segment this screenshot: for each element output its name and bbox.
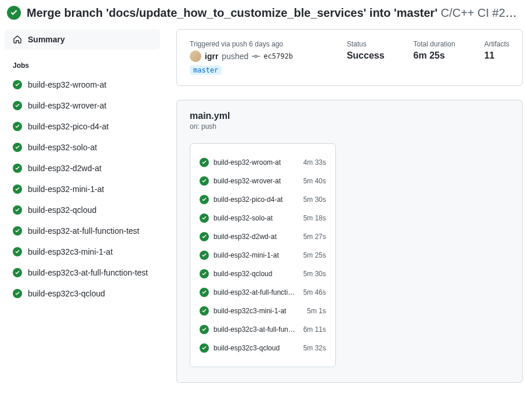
content-area: Triggered via push 6 days ago igrr pushe… [176,24,523,383]
success-icon [13,122,22,131]
sidebar-job-item[interactable]: build-esp32-mini-1-at [5,179,160,200]
job-name: build-esp32-pico-d4-at [213,195,299,204]
summary-label: Summary [28,35,65,44]
commit-hash[interactable]: ec5792b [263,52,293,60]
success-icon [13,143,22,152]
job-name: build-esp32c3-mini-1-at [28,247,113,256]
workflow-jobs-card: build-esp32-wroom-at4m 33sbuild-esp32-wr… [190,143,336,367]
job-duration: 5m 25s [303,251,326,259]
job-duration: 5m 32s [303,344,326,352]
job-name: build-esp32-wrover-at [213,177,299,185]
job-name: build-esp32-at-full-function-test [28,226,139,236]
sidebar-job-item[interactable]: build-esp32-qcloud [5,200,160,220]
job-duration: 6m 11s [303,325,326,334]
job-duration: 5m 1s [307,307,326,315]
page-header: Merge branch 'docs/update_how_to_customi… [0,0,525,24]
sidebar-job-item[interactable]: build-esp32c3-qcloud [5,283,160,304]
page-title: Merge branch 'docs/update_how_to_customi… [27,6,518,20]
job-duration: 5m 30s [303,270,326,278]
artifacts-label: Artifacts [484,40,509,48]
commit-icon [252,52,260,60]
job-name: build-esp32-qcloud [213,270,299,278]
workflow-job-row[interactable]: build-esp32-wrover-at5m 40s [200,172,326,190]
job-name: build-esp32-qcloud [28,205,96,215]
success-icon [13,80,22,89]
trigger-label: Triggered via push 6 days ago [190,40,318,48]
sidebar-summary[interactable]: Summary [5,29,160,50]
workflow-job-row[interactable]: build-esp32-qcloud5m 30s [200,265,326,283]
job-name: build-esp32c3-at-full-function-test [28,268,148,277]
workflow-job-row[interactable]: build-esp32-mini-1-at5m 25s [200,246,326,265]
workflow-job-row[interactable]: build-esp32-pico-d4-at5m 30s [200,190,326,209]
success-icon [13,164,22,173]
job-duration: 5m 40s [303,177,326,185]
workflow-trigger: on: push [190,122,509,131]
success-icon [200,343,209,353]
workflow-job-row[interactable]: build-esp32-wroom-at4m 33s [200,153,326,172]
success-icon [200,176,209,186]
success-icon [13,101,22,110]
job-duration: 5m 27s [303,233,326,241]
job-name: build-esp32-wroom-at [28,80,106,89]
status-label: Status [347,40,385,48]
job-duration: 5m 18s [303,214,326,222]
duration-value[interactable]: 6m 25s [414,50,455,61]
job-name: build-esp32c3-at-full-function-test [213,325,299,334]
sidebar-job-item[interactable]: build-esp32-solo-at [5,137,160,158]
job-name: build-esp32-wroom-at [213,158,299,166]
sidebar-job-item[interactable]: build-esp32-at-full-function-test [5,220,160,241]
avatar[interactable] [190,50,201,62]
artifacts-value[interactable]: 11 [484,50,509,61]
run-meta-box: Triggered via push 6 days ago igrr pushe… [176,29,523,86]
workflow-box: main.yml on: push build-esp32-wroom-at4m… [176,100,523,383]
job-duration: 5m 30s [303,195,326,204]
jobs-heading: Jobs [5,50,160,74]
job-name: build-esp32-d2wd-at [213,233,299,241]
success-icon [13,184,22,194]
workflow-job-row[interactable]: build-esp32-at-full-function-test5m 46s [200,283,326,302]
workflow-job-row[interactable]: build-esp32c3-qcloud5m 32s [200,339,326,357]
success-icon [200,213,209,223]
success-icon [200,306,209,316]
sidebar-job-item[interactable]: build-esp32c3-at-full-function-test [5,262,160,283]
meta-trigger: Triggered via push 6 days ago igrr pushe… [190,40,318,75]
success-icon [200,269,209,278]
meta-artifacts: Artifacts 11 [484,40,509,75]
success-icon [13,205,22,215]
sidebar-job-item[interactable]: build-esp32-wroom-at [5,74,160,95]
success-icon [200,325,209,334]
branch-badge[interactable]: master [190,66,222,75]
success-icon [13,247,22,256]
sidebar-job-item[interactable]: build-esp32-wrover-at [5,95,160,116]
job-name: build-esp32-at-full-function-test [213,288,299,296]
workflow-name[interactable]: main.yml [190,111,509,121]
sidebar-job-item[interactable]: build-esp32-d2wd-at [5,158,160,179]
meta-status: Status Success [347,40,385,75]
workflow-job-row[interactable]: build-esp32c3-mini-1-at5m 1s [200,302,326,320]
workflow-job-row[interactable]: build-esp32c3-at-full-function-test6m 11… [200,320,326,339]
job-name: build-esp32c3-qcloud [213,344,299,352]
success-icon [200,232,209,241]
status-value: Success [347,50,385,61]
job-name: build-esp32-pico-d4-at [28,122,108,131]
job-name: build-esp32c3-mini-1-at [213,307,302,315]
success-icon [7,6,21,20]
sidebar: Summary Jobs build-esp32-wroom-atbuild-e… [5,24,160,383]
success-icon [200,288,209,297]
workflow-job-row[interactable]: build-esp32-d2wd-at5m 27s [200,227,326,246]
meta-duration: Total duration 6m 25s [414,40,455,75]
actor-name[interactable]: igrr [205,52,218,61]
job-name: build-esp32c3-qcloud [28,289,105,298]
workflow-run-suffix: C/C++ CI #271 [441,6,518,19]
trigger-action: pushed [222,52,248,61]
sidebar-job-item[interactable]: build-esp32c3-mini-1-at [5,241,160,262]
job-name: build-esp32-mini-1-at [28,184,104,194]
home-icon [13,35,22,44]
job-name: build-esp32-solo-at [28,143,97,152]
success-icon [13,226,22,236]
success-icon [200,158,209,167]
job-name: build-esp32-mini-1-at [213,251,299,259]
success-icon [13,289,22,298]
sidebar-job-item[interactable]: build-esp32-pico-d4-at [5,116,160,137]
workflow-job-row[interactable]: build-esp32-solo-at5m 18s [200,209,326,227]
